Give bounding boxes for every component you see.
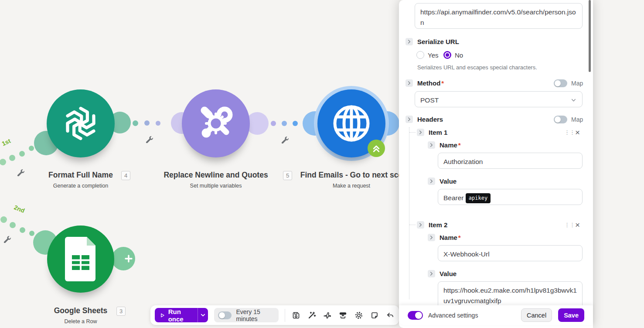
collapse-name-button[interactable] [428,141,435,149]
plus-icon [112,247,135,270]
connection-dot [293,121,298,126]
chevron-down-icon [200,312,206,318]
headers-label: Headers [417,116,443,123]
play-icon [160,312,165,319]
method-select[interactable]: POST [415,91,583,107]
collapse-item1-button[interactable] [417,129,424,136]
module-title: Google Sheets [54,306,108,315]
item-remove-button[interactable]: × [575,128,580,137]
required-asterisk: * [441,79,444,87]
connection-dot [29,231,34,236]
route-settings-wrench-icon[interactable] [281,136,289,144]
serialize-url-label: Serialize URL [417,38,459,45]
route-order-label: 2nd [13,204,26,214]
module-subtitle: Set multiple variables [190,183,242,189]
collapse-value-button[interactable] [428,270,435,277]
gear-icon[interactable] [354,311,363,320]
connection-dot [20,227,25,233]
schedule-toggle[interactable] [218,311,232,319]
align-modules-icon[interactable] [338,311,348,320]
map-label: Map [571,116,583,123]
connection-dot [0,159,6,165]
tree-line [409,132,416,133]
collapse-headers-button[interactable] [405,116,413,123]
item-drag-handle[interactable]: ⋮⋮ [564,129,575,136]
item-remove-button[interactable]: × [575,221,580,229]
header2-name-input[interactable]: X-Webhook-Url [438,245,583,261]
serialize-yes-label: Yes [428,51,438,59]
required-asterisk: * [458,234,461,241]
connection-dot [9,155,15,161]
advanced-settings-label: Advanced settings [428,312,478,319]
module-google-sheets[interactable] [47,226,114,293]
save-icon[interactable] [291,311,300,320]
module-title: Find Emails - Go to next sce [300,171,402,180]
module-subtitle: Delete a Row [64,318,97,325]
headers-map-toggle[interactable] [554,116,567,123]
cancel-button[interactable]: Cancel [521,308,552,322]
value-label: Value [440,178,457,185]
connection-dot [10,222,16,228]
magic-wand-icon[interactable] [307,311,316,320]
serialize-help-text: Serializes URL and escapes special chara… [417,64,537,71]
module-title: Replace Newline and Quotes [164,171,268,180]
connection-dot [133,120,138,126]
collapse-name-button[interactable] [428,234,435,241]
module-openai[interactable] [47,89,115,157]
method-label: Method* [417,79,444,87]
tools-icon [194,102,238,145]
connection-dot [271,121,276,126]
collapse-method-button[interactable] [405,79,413,87]
panel-footer: Advanced settings Cancel Save [399,305,593,325]
chevron-down-icon [571,97,576,103]
schedule-label: Every 15 minutes [236,308,273,322]
tree-line [409,127,409,299]
run-once-button[interactable]: Run once [155,308,208,322]
method-map-toggle[interactable] [554,79,567,87]
undo-icon[interactable] [385,311,395,320]
item-title: Item 2 [429,221,447,229]
schedule-pill: Every 15 minutes [214,308,279,322]
route-settings-wrench-icon[interactable] [3,235,11,243]
module-number-badge: 5 [283,171,292,180]
url-input[interactable]: https://api.anymailfinder.com/v5.0/searc… [415,3,583,29]
module-subtitle: Make a request [333,183,370,189]
item-drag-handle[interactable]: ⋮⋮ [564,222,575,228]
module-subtitle: Generate a completion [53,183,108,189]
tree-line [409,225,416,225]
serialize-yes-radio[interactable] [416,51,424,59]
name-label: Name* [440,141,461,149]
add-module-tab[interactable] [112,247,135,270]
serialize-no-label: No [455,51,463,59]
collapse-item2-button[interactable] [417,221,424,229]
item-title: Item 1 [429,129,447,136]
header1-name-input[interactable]: Authorization [438,153,583,169]
connection-dot [0,216,7,223]
run-once-label: Run once [168,308,192,322]
apikey-token-pill[interactable]: apikey [466,193,491,203]
module-tools[interactable] [182,89,250,157]
header1-value-input[interactable]: Bearer apikey [438,189,583,205]
http-module-settings-panel: https://api.anymailfinder.com/v5.0/searc… [399,0,593,328]
map-label: Map [571,80,583,87]
toolbar-divider [285,309,285,322]
panel-scrollbar-thumb[interactable] [589,0,591,72]
scenario-editor: 1st 2nd Format Fu [0,0,644,328]
run-options-dropdown[interactable] [198,308,208,322]
name-label: Name* [440,234,461,241]
advanced-settings-toggle[interactable] [408,311,423,320]
value-label: Value [440,270,457,277]
module-number-badge: 3 [116,307,126,316]
route-settings-wrench-icon[interactable] [145,135,153,143]
module-title: Format Full Name [48,171,113,180]
serialize-no-radio[interactable] [443,51,451,59]
note-icon[interactable] [370,311,379,320]
airplane-icon[interactable] [323,311,332,320]
google-sheets-icon [61,236,101,282]
route-settings-wrench-icon[interactable] [17,168,24,176]
collapse-serialize-url-button[interactable] [405,38,413,45]
connection-dot [19,151,25,157]
upgrade-badge[interactable] [368,140,385,157]
save-button[interactable]: Save [558,308,584,322]
collapse-value-button[interactable] [428,178,435,185]
